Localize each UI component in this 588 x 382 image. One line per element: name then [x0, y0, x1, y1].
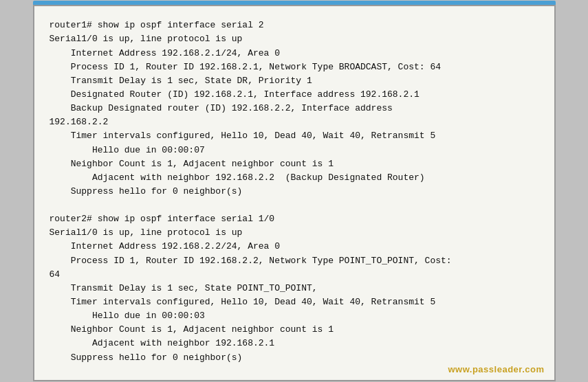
terminal-output: router1# show ip ospf interface serial 2…: [50, 19, 539, 365]
outer-container: router1# show ip ospf interface serial 2…: [0, 0, 588, 382]
terminal-container: router1# show ip ospf interface serial 2…: [33, 5, 556, 381]
watermark: www.passleader.com: [448, 364, 544, 374]
